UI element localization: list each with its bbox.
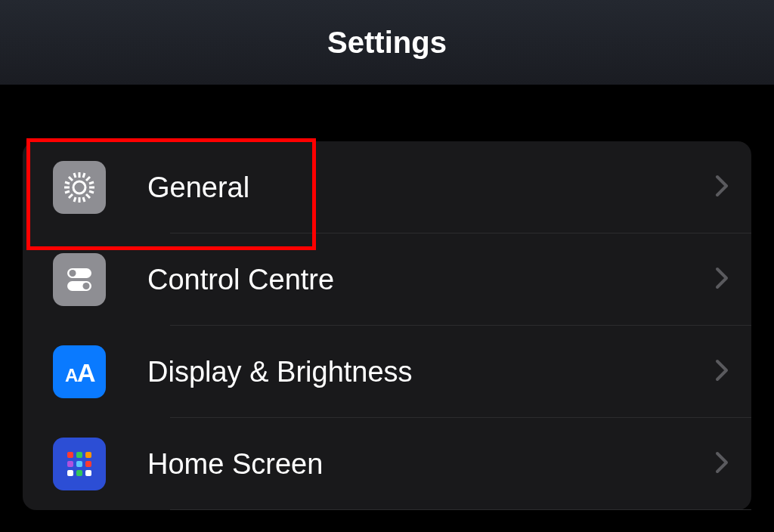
svg-rect-11 <box>76 461 82 467</box>
svg-rect-12 <box>85 461 91 467</box>
gear-icon <box>53 161 106 214</box>
svg-text:A: A <box>77 358 96 387</box>
svg-rect-9 <box>85 452 91 458</box>
svg-rect-7 <box>67 452 73 458</box>
settings-list: General Control Centre <box>23 141 751 510</box>
page-title: Settings <box>327 26 447 60</box>
row-label: Control Centre <box>147 264 715 296</box>
row-display-brightness[interactable]: A A Display & Brightness <box>23 326 751 418</box>
svg-point-2 <box>70 270 76 277</box>
toggles-icon <box>53 253 106 306</box>
settings-content: General Control Centre <box>0 85 774 510</box>
svg-rect-8 <box>76 452 82 458</box>
chevron-right-icon <box>715 359 729 385</box>
row-home-screen[interactable]: Home Screen <box>23 418 751 510</box>
header: Settings <box>0 0 774 85</box>
row-label: Home Screen <box>147 448 715 481</box>
row-label: Display & Brightness <box>147 356 715 388</box>
chevron-right-icon <box>715 267 729 292</box>
svg-point-4 <box>83 283 90 289</box>
svg-text:A: A <box>65 365 78 385</box>
chevron-right-icon <box>715 175 729 200</box>
svg-point-0 <box>73 181 85 193</box>
svg-rect-13 <box>67 470 73 476</box>
svg-rect-15 <box>85 470 91 476</box>
row-control-centre[interactable]: Control Centre <box>23 234 751 326</box>
text-size-icon: A A <box>53 345 106 398</box>
svg-rect-14 <box>76 470 82 476</box>
row-general[interactable]: General <box>23 141 751 234</box>
row-label: General <box>147 172 715 204</box>
divider <box>170 509 751 510</box>
svg-rect-10 <box>67 461 73 467</box>
chevron-right-icon <box>715 451 729 477</box>
app-grid-icon <box>53 438 106 490</box>
